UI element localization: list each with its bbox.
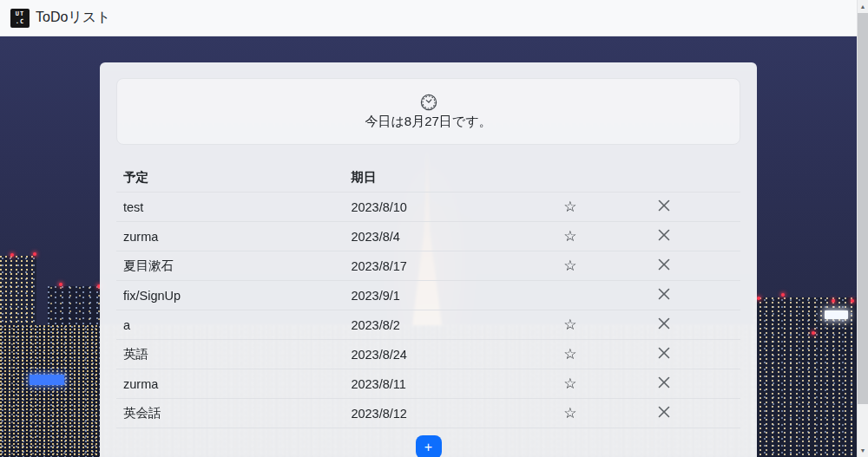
delete-button[interactable] <box>654 287 674 301</box>
due-cell: 2023/9/1 <box>344 281 553 310</box>
task-cell: zurma <box>116 222 344 251</box>
header-due: 期日 <box>344 163 553 193</box>
todo-card: 今日は8月27日です。 予定 期日 test 2023/8/10 ☆ <box>100 62 757 457</box>
todo-row: zurma 2023/8/4 ☆ <box>116 222 740 251</box>
due-cell: 2023/8/24 <box>344 340 553 369</box>
delete-button[interactable] <box>654 199 674 212</box>
task-cell: 英会話 <box>116 399 344 428</box>
vertical-scrollbar[interactable]: ▲ ▼ <box>857 0 868 457</box>
due-cell: 2023/8/10 <box>344 193 553 222</box>
lit-sign-blue <box>30 375 64 385</box>
header-star <box>553 163 647 193</box>
aviation-light <box>59 283 62 286</box>
table-header-row: 予定 期日 <box>116 163 740 193</box>
star-button[interactable]: ☆ <box>560 347 580 362</box>
star-button[interactable]: ☆ <box>560 406 580 421</box>
due-cell: 2023/8/12 <box>344 399 553 428</box>
aviation-light <box>851 299 854 303</box>
task-cell: test <box>116 193 344 222</box>
star-button[interactable]: ☆ <box>560 317 580 332</box>
delete-button[interactable] <box>654 228 674 242</box>
delete-button[interactable] <box>654 375 674 389</box>
task-cell: 英語 <box>116 340 344 369</box>
app-title[interactable]: ToDoリスト <box>36 9 110 27</box>
todo-row: test 2023/8/10 ☆ <box>116 193 740 222</box>
aviation-light <box>10 253 14 257</box>
due-cell: 2023/8/17 <box>344 251 553 281</box>
building-right <box>753 297 857 457</box>
close-icon <box>657 199 671 212</box>
close-icon <box>657 287 671 301</box>
aviation-light <box>33 252 36 256</box>
star-button[interactable]: ☆ <box>560 376 580 391</box>
star-button[interactable]: ☆ <box>560 229 580 244</box>
close-icon <box>657 346 671 360</box>
aviation-light <box>832 299 835 303</box>
close-icon <box>657 258 671 271</box>
delete-button[interactable] <box>654 346 674 360</box>
scrollbar-up-arrow[interactable]: ▲ <box>858 0 868 13</box>
aviation-light <box>812 331 815 335</box>
delete-button[interactable] <box>654 317 674 330</box>
delete-button[interactable] <box>654 405 674 419</box>
lit-sign-white <box>825 310 848 319</box>
header-delete <box>647 163 740 193</box>
aviation-light <box>781 293 785 297</box>
due-cell: 2023/8/2 <box>344 310 553 340</box>
todo-row: zurma 2023/8/11 ☆ <box>116 369 740 399</box>
task-cell: 夏目漱石 <box>116 251 344 281</box>
todo-row: a 2023/8/2 ☆ <box>116 310 740 340</box>
aviation-light <box>757 297 760 300</box>
today-banner: 今日は8月27日です。 <box>116 78 740 145</box>
task-cell: fix/SignUp <box>116 281 344 310</box>
due-cell: 2023/8/11 <box>344 369 553 399</box>
card-footer: + <box>116 428 740 457</box>
navbar: UT .C ToDoリスト <box>0 0 857 36</box>
star-button[interactable]: ☆ <box>560 199 580 214</box>
task-cell: a <box>116 310 344 340</box>
today-text: 今日は8月27日です。 <box>365 114 491 130</box>
todo-table: 予定 期日 test 2023/8/10 ☆ zurma 2023/8/4 ☆ <box>116 163 740 428</box>
close-icon <box>657 228 671 242</box>
close-icon <box>657 405 671 419</box>
header-task: 予定 <box>116 163 344 193</box>
delete-button[interactable] <box>654 258 674 271</box>
close-icon <box>657 375 671 389</box>
logo-line2: .C <box>16 18 24 26</box>
clock-icon <box>420 94 437 111</box>
logo-line1: UT <box>16 10 24 18</box>
todo-row: fix/SignUp 2023/9/1 <box>116 281 740 310</box>
todo-row: 英語 2023/8/24 ☆ <box>116 340 740 369</box>
todo-row: 英会話 2023/8/12 ☆ <box>116 399 740 428</box>
close-icon <box>657 317 671 330</box>
task-cell: zurma <box>116 369 344 399</box>
scrollbar-down-arrow[interactable]: ▼ <box>858 444 868 457</box>
utcode-logo-icon: UT .C <box>10 9 30 28</box>
add-todo-button[interactable]: + <box>416 435 442 457</box>
due-cell: 2023/8/4 <box>344 222 553 251</box>
star-button[interactable]: ☆ <box>560 258 580 273</box>
todo-row: 夏目漱石 2023/8/17 ☆ <box>116 251 740 281</box>
scrollbar-thumb[interactable] <box>858 13 868 404</box>
